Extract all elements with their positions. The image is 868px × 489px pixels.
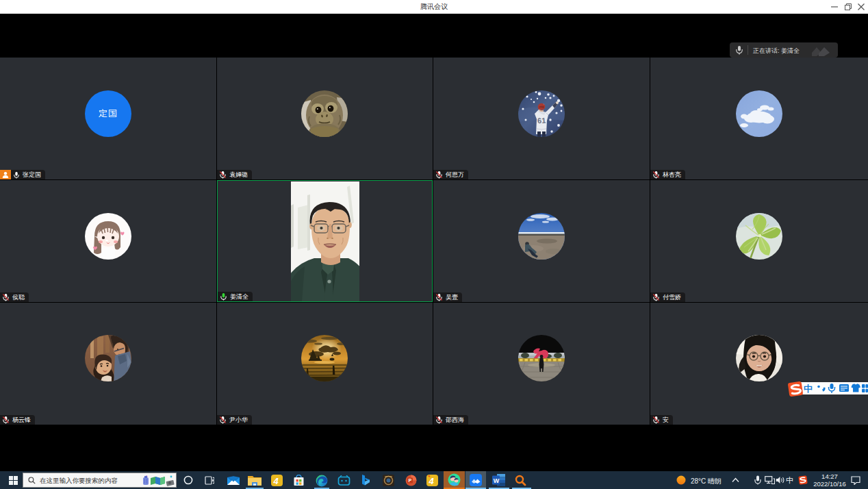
svg-text:W: W bbox=[494, 477, 500, 484]
svg-text:P: P bbox=[409, 478, 412, 483]
svg-text:61: 61 bbox=[537, 116, 546, 125]
svg-text:4: 4 bbox=[429, 476, 435, 486]
svg-text:中: 中 bbox=[804, 384, 813, 394]
svg-text:4: 4 bbox=[273, 476, 279, 486]
